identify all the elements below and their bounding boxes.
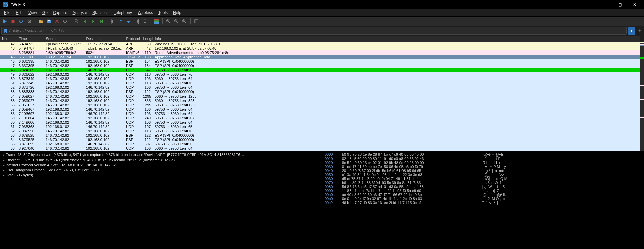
packet-list-pane[interactable]: No.TimeSourceDestinationProtocolLengthIn… — [0, 36, 644, 151]
menu-wireless[interactable]: Wireless — [135, 9, 156, 16]
close-button[interactable]: ✕ — [628, 1, 641, 9]
hex-row[interactable]: 00805d 88 76 6a c6 d7 57 ad 01 d3 0a 55 … — [325, 185, 641, 189]
menu-capture[interactable]: Capture — [50, 9, 70, 16]
reload-button[interactable] — [61, 18, 69, 25]
find-button[interactable] — [73, 18, 80, 25]
column-header-protocol[interactable]: Protocol — [124, 36, 141, 42]
column-header-time[interactable]: Time — [17, 36, 44, 42]
menu-go[interactable]: Go — [40, 9, 50, 16]
packet-row[interactable]: 486.824289192.168.0.102146.70.142.82UDP5… — [0, 68, 640, 72]
hex-row[interactable]: 0050c1 3a 40 5f b1 84 0c 9c 05 ce d2 ac … — [325, 173, 641, 177]
menu-edit[interactable]: Edit — [13, 9, 25, 16]
column-header-length[interactable]: Length — [141, 36, 153, 42]
filter-add-button[interactable]: ＋ — [637, 28, 643, 34]
menu-file[interactable]: File — [1, 9, 13, 16]
details-tree-item[interactable]: Ethernet II, Src: TPLink_c7:c6:40 (28:87… — [3, 158, 319, 163]
close-file-button[interactable] — [53, 18, 61, 25]
packet-row[interactable]: 679.113368146.70.142.82192.168.0.102UDP1… — [0, 150, 640, 151]
packet-minimap[interactable] — [640, 42, 644, 151]
toolbar-separator — [162, 18, 163, 24]
menu-analyze[interactable]: Analyze — [70, 9, 90, 16]
app-icon — [3, 2, 8, 7]
menu-view[interactable]: View — [25, 9, 40, 16]
filter-apply-button[interactable] — [628, 27, 635, 35]
column-header-info[interactable]: Info — [153, 36, 640, 42]
hex-row[interactable]: 004020 10 80 f8 67 00 2f db 5d b6 f0 61 … — [325, 169, 641, 173]
display-filter-input[interactable] — [9, 28, 625, 33]
go-back-button[interactable] — [81, 18, 89, 25]
packet-row[interactable]: 496.826622192.168.0.102146.70.142.82UDP1… — [0, 72, 640, 76]
resize-columns-button[interactable] — [193, 18, 200, 25]
open-file-button[interactable] — [37, 18, 45, 25]
prev-packet-button[interactable] — [117, 18, 124, 25]
packet-row[interactable]: 516.873349146.70.142.82192.168.0.102UDP1… — [0, 81, 640, 85]
packet-row[interactable]: 435.494787TPLink_c7:c6:40TpLinkTechno_28… — [0, 46, 640, 50]
hex-row[interactable]: 0070b6 1c 89 f5 7a 38 6f 9d 93 5c 39 6a … — [325, 181, 641, 185]
save-file-button[interactable] — [45, 18, 53, 25]
next-packet-button[interactable] — [125, 18, 132, 25]
hex-row[interactable]: 0000b0 95 75 28 1e 8e 28 87 ba c7 c6 40 … — [325, 152, 641, 157]
jump-button[interactable] — [97, 18, 105, 25]
start-capture-button[interactable] — [1, 18, 9, 25]
zoom-out-button[interactable] — [173, 18, 180, 25]
packet-row[interactable]: 658.879095192.168.0.102146.70.142.82UDP6… — [0, 142, 640, 146]
zoom-in-button[interactable] — [165, 18, 172, 25]
auto-scroll-button[interactable] — [141, 18, 149, 25]
packet-row[interactable]: 648.679525146.70.142.82192.168.0.102ESP1… — [0, 137, 640, 142]
filter-input-container[interactable] — [1, 27, 627, 35]
menu-statistics[interactable]: Statistics — [90, 9, 111, 16]
hex-row[interactable]: 0060d5 cf 75 57 7c f5 90 e0 fb 04 71 49 … — [325, 177, 641, 181]
packet-row[interactable]: 668.927040146.70.142.82192.168.0.102UDP1… — [0, 146, 640, 150]
menu-tools[interactable]: Tools — [156, 9, 170, 16]
packet-row[interactable]: 526.873726192.168.0.102146.70.142.82UDP1… — [0, 85, 640, 89]
go-forward-button[interactable] — [89, 18, 97, 25]
packet-bytes-pane[interactable]: 0000b0 95 75 28 1e 8e 28 87 ba c7 c6 40 … — [322, 151, 644, 249]
packet-row[interactable]: 536.886333146.70.142.82192.168.0.102ESP1… — [0, 89, 640, 94]
packet-row[interactable]: 627.982956146.70.142.82192.168.0.102UDP1… — [0, 129, 640, 133]
minimize-button[interactable]: ─ — [598, 1, 612, 9]
maximize-button[interactable]: ▢ — [613, 1, 627, 9]
hex-row[interactable]: 00a0ac 40 e8 62 02 60 a6 d7 f7 71 66 67 … — [325, 193, 641, 197]
packet-row[interactable]: 557.059027146.70.142.82192.168.0.102UDP3… — [0, 98, 640, 103]
details-tree-item[interactable]: User Datagram Protocol, Src Port: 59753,… — [3, 168, 319, 173]
packet-row[interactable]: 446.268881fe80::b295:75ff:fe2…ff02::1ICM… — [0, 50, 640, 55]
restart-capture-button[interactable] — [17, 18, 25, 25]
first-packet-button[interactable] — [109, 18, 116, 25]
menu-help[interactable]: Help — [170, 9, 184, 16]
hex-row[interactable]: 00208e 52 e9 69 13 c4 02 01 92 9b 48 0c … — [325, 161, 641, 165]
hex-row[interactable]: 009011 83 a1 cc fc 7a bb b7 ac 29 7c 98 … — [325, 189, 641, 193]
colorize-button[interactable] — [153, 18, 160, 25]
hex-row[interactable]: 00c046 b4 b7 27 d0 83 3c 16 ee 2f fd 11 … — [325, 201, 641, 205]
packet-row[interactable]: 587.103697192.168.0.102146.70.142.82UDP1… — [0, 111, 640, 116]
hex-row[interactable]: 00b00e 0e a9 fe d7 9a 32 97 4d 1b 4f a4 … — [325, 197, 641, 201]
svg-rect-8 — [144, 19, 147, 20]
details-tree-item[interactable]: Data (505 bytes) — [3, 173, 319, 178]
packet-row[interactable]: 425.494732TpLinkTechno_28:1e:…TPLink_c7:… — [0, 42, 640, 46]
packet-row[interactable]: 506.873349146.70.142.82192.168.0.102UDP1… — [0, 76, 640, 81]
capture-options-button[interactable] — [25, 18, 33, 25]
packet-row[interactable]: 547.059027146.70.142.82192.168.0.102UDP1… — [0, 94, 640, 98]
hex-row[interactable]: 003001 cd 17 41 80 be be 7e 50 06 4d 05 … — [325, 165, 641, 169]
packet-row[interactable]: 617.935368192.168.0.102146.70.142.82UDP1… — [0, 124, 640, 129]
packet-row[interactable]: 476.630395146.70.142.82192.168.0.102ESP1… — [0, 63, 640, 68]
column-header-no[interactable]: No. — [0, 36, 17, 42]
packet-row[interactable]: 597.106804146.70.142.82192.168.0.102UDP2… — [0, 116, 640, 120]
column-header-destination[interactable]: Destination — [84, 36, 124, 42]
menu-telephony[interactable]: Telephony — [111, 9, 135, 16]
svg-rect-12 — [154, 22, 159, 23]
svg-rect-10 — [154, 19, 159, 20]
details-tree-item[interactable]: Frame 48: 547 bytes on wire (4376 bits),… — [3, 152, 319, 158]
column-header-source[interactable]: Source — [44, 36, 84, 42]
last-packet-button[interactable] — [133, 18, 141, 25]
details-tree-item[interactable]: Internet Protocol Version 4, Src: 192.16… — [3, 163, 319, 168]
packet-row[interactable]: 607.149606192.168.0.102146.70.142.82UDP1… — [0, 120, 640, 124]
packet-details-pane[interactable]: Frame 48: 547 bytes on wire (4376 bits),… — [0, 151, 322, 249]
packet-row[interactable]: 466.630395146.70.142.82192.168.0.102ESP1… — [0, 59, 640, 63]
packet-row[interactable]: 638.679525146.70.142.82192.168.0.102ESP1… — [0, 133, 640, 137]
packet-row[interactable]: 567.059027146.70.142.82192.168.0.102UDP1… — [0, 103, 640, 107]
packet-row[interactable]: 577.059467192.168.0.102146.70.142.82UDP1… — [0, 107, 640, 111]
packet-row[interactable]: 456.510180130.211.23.194192.168.0.102TLS… — [0, 55, 640, 59]
zoom-reset-button[interactable]: 1 — [181, 18, 188, 25]
hex-row[interactable]: 001002 15 c5 60 00 00 80 11 91 d0 c0 a8 … — [325, 157, 641, 161]
stop-capture-button[interactable] — [9, 18, 17, 25]
